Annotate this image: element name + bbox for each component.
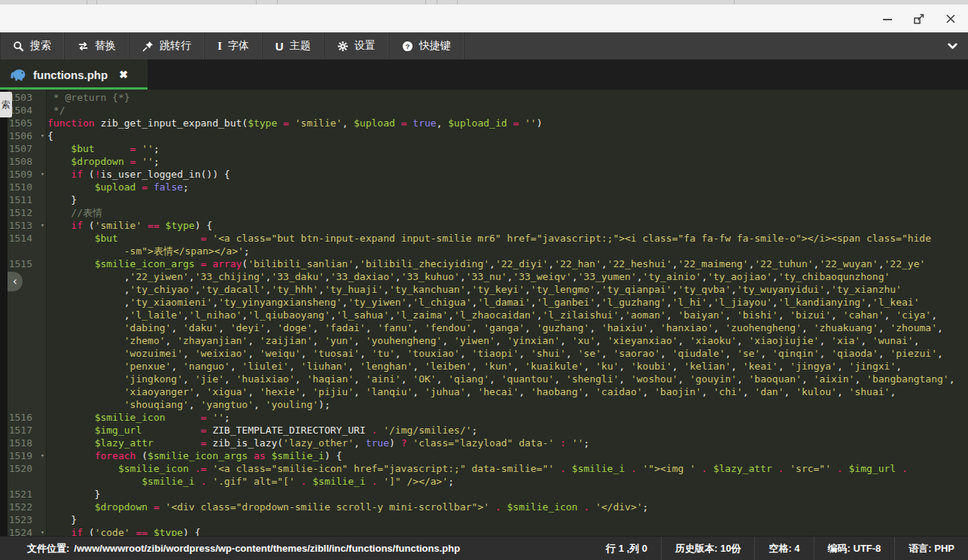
code-text: $smilie_icon .= '<a class="smilie-icon" … — [47, 462, 908, 475]
toolbar-button-label: 设置 — [355, 39, 376, 53]
code-text: 'xiaoyanger', 'xigua', 'hexie', 'pijiu',… — [47, 385, 896, 398]
code-line-wrap[interactable]: 'zhemo', 'zhayanjian', 'zaijian', 'yun',… — [0, 334, 968, 347]
code-line-1507[interactable]: 1507 $but = ''; — [0, 142, 968, 155]
toolbar-button-font[interactable]: I字体 — [205, 32, 263, 59]
code-text: ,'l_laile','l_nihao','l_qiubaoyang','l_s… — [47, 309, 937, 321]
toolbar-overflow-button[interactable] — [936, 32, 968, 59]
help-icon: ? — [402, 41, 413, 52]
code-text: * @return {*} — [47, 91, 130, 104]
code-line-wrap[interactable]: ,'ty_chiyao','ty_dacall','ty_hhh','ty_hu… — [0, 283, 968, 296]
code-text: ,'22_yiwen','33_chijing','33_daku','33_d… — [47, 270, 890, 283]
code-line-1504[interactable]: 1504 */ — [0, 104, 968, 117]
status-encoding[interactable]: 编码: UTF-8 — [814, 537, 895, 560]
code-line-wrap[interactable]: 'shouqiang', 'yangtuo', 'youling'); — [0, 398, 968, 411]
code-text: -sm">表情</span></a>'; — [47, 245, 250, 257]
line-number: 1518 — [8, 437, 38, 449]
code-line-1515[interactable]: 1515 $smilie_icon_args = array('bilibili… — [0, 257, 968, 270]
code-line-1510[interactable]: 1510 $upload = false; — [0, 181, 968, 193]
code-text: if ('code' == $type) { — [47, 526, 201, 536]
fold-arrow-icon[interactable]: ▾ — [38, 526, 47, 536]
fold-arrow-icon[interactable]: ▾ — [38, 449, 47, 462]
code-line-1509[interactable]: 1509▾ if (!is_user_logged_in()) { — [0, 168, 968, 181]
code-line-1514[interactable]: 1514 $but = '<a class="but btn-input-exp… — [0, 232, 968, 245]
code-line-wrap[interactable]: ,'22_yiwen','33_chijing','33_daku','33_d… — [0, 270, 968, 283]
fold-gutter — [38, 181, 47, 193]
code-text: 'wozuimei', 'weixiao', 'weiqu', 'tuosai'… — [47, 347, 943, 360]
code-line-1512[interactable]: 1512 //表情 — [0, 206, 968, 219]
fold-gutter — [38, 232, 47, 245]
fold-arrow-icon[interactable]: ▾ — [38, 219, 47, 232]
code-text: 'zhemo', 'zhayanjian', 'zaijian', 'yun',… — [47, 334, 919, 347]
code-line-1505[interactable]: 1505function zib_get_input_expand_but($t… — [0, 117, 968, 129]
toolbar-button-settings[interactable]: 设置 — [324, 32, 389, 59]
maximize-button[interactable] — [912, 12, 926, 26]
toolbar-button-label: 主题 — [290, 39, 311, 53]
code-editor[interactable]: 索 ‹ 1503 * @return {*}1504 */1505functio… — [0, 90, 968, 536]
code-line-wrap[interactable]: ,'ty_xiaomieni','ty_yinyangxiansheng','t… — [0, 296, 968, 309]
fold-gutter — [38, 270, 47, 283]
fold-gutter — [38, 142, 47, 155]
fold-gutter — [38, 437, 47, 449]
code-line-wrap[interactable]: 'dabing', 'daku', 'deyi', 'doge', 'fadai… — [0, 321, 968, 334]
status-history-versions[interactable]: 历史版本: 10份 — [661, 537, 754, 560]
browser-edge-strip — [0, 0, 968, 5]
code-line-1522[interactable]: 1522 $dropdown = '<div class="dropdown-s… — [0, 501, 968, 513]
code-line-1519[interactable]: 1519▾ foreach ($smilie_icon_args as $smi… — [0, 449, 968, 462]
toolbar-button-theme[interactable]: U主题 — [263, 32, 324, 59]
code-line-wrap[interactable]: ,'l_laile','l_nihao','l_qiubaoyang','l_s… — [0, 309, 968, 321]
code-line-1517[interactable]: 1517 $img_url = ZIB_TEMPLATE_DIRECTORY_U… — [0, 424, 968, 437]
collapsed-search-panel-tab[interactable]: 索 — [0, 92, 12, 117]
code-line-1518[interactable]: 1518 $lazy_attr = zib_is_lazy('lazy_othe… — [0, 437, 968, 449]
code-line-1506[interactable]: 1506▾{ — [0, 129, 968, 142]
code-line-1521[interactable]: 1521 } — [0, 488, 968, 501]
code-text: $smilie_icon_args = array('bilibili_sanl… — [47, 257, 925, 270]
minimize-button[interactable] — [881, 12, 894, 26]
code-line-wrap[interactable]: 'penxue', 'nanguo', 'liulei', 'liuhan', … — [0, 360, 968, 373]
fold-gutter — [38, 91, 47, 104]
fold-gutter — [38, 347, 47, 360]
code-text: $dropdown = '<div class="dropdown-smilie… — [47, 501, 648, 513]
toolbar-button-replace[interactable]: 替换 — [65, 32, 129, 59]
code-line-1513[interactable]: 1513▾ if ('smilie' == $type) { — [0, 219, 968, 232]
code-line-wrap[interactable]: 'xiaoyanger', 'xigua', 'hexie', 'pijiu',… — [0, 385, 968, 398]
code-text: 'penxue', 'nanguo', 'liulei', 'liuhan', … — [47, 360, 902, 373]
code-text: $upload = false; — [47, 181, 189, 193]
code-line-1508[interactable]: 1508 $dropdown = ''; — [0, 155, 968, 168]
status-cursor-position[interactable]: 行 1 ,列 0 — [592, 537, 661, 560]
line-number: 1511 — [8, 193, 38, 206]
code-line-wrap[interactable]: $smilie_i . '.gif" alt="[' . $smilie_i .… — [0, 475, 968, 488]
file-path: /www/wwwroot/zibi/wordpress/wp-content/t… — [74, 543, 460, 554]
tab-functions-php[interactable]: functions.php ✖ — [0, 59, 148, 90]
fold-gutter — [38, 462, 47, 475]
code-line-wrap[interactable]: -sm">表情</span></a>'; — [0, 245, 968, 257]
line-number: 1515 — [8, 257, 38, 270]
line-number — [8, 321, 38, 334]
code-line-1516[interactable]: 1516 $smilie_icon = ''; — [0, 411, 968, 424]
code-line-1524[interactable]: 1524▾ if ('code' == $type) { — [0, 526, 968, 536]
toolbar-button-search[interactable]: 搜索 — [0, 32, 65, 59]
code-line-wrap[interactable]: 'wozuimei', 'weixiao', 'weiqu', 'tuosai'… — [0, 347, 968, 360]
code-line-1511[interactable]: 1511 } — [0, 193, 968, 206]
code-line-1523[interactable]: 1523 } — [0, 513, 968, 526]
code-text: if (!is_user_logged_in()) { — [47, 168, 230, 181]
fold-gutter — [38, 296, 47, 309]
status-indent-spaces[interactable]: 空格: 4 — [754, 537, 813, 560]
tab-close-icon[interactable]: ✖ — [119, 68, 128, 81]
svg-text:?: ? — [405, 41, 409, 50]
fold-gutter — [38, 155, 47, 168]
status-language[interactable]: 语言: PHP — [894, 537, 968, 560]
close-button[interactable] — [944, 12, 957, 26]
fold-gutter — [38, 283, 47, 296]
code-line-wrap[interactable]: 'jingkong', 'jie', 'huaixiao', 'haqian',… — [0, 373, 968, 385]
toolbar-button-hotkeys[interactable]: ?快捷键 — [389, 32, 464, 59]
fold-arrow-icon[interactable]: ▾ — [38, 129, 47, 142]
code-text: { — [47, 129, 53, 142]
code-text: */ — [47, 104, 65, 117]
line-number: 1505 — [8, 117, 38, 129]
toolbar-button-goto-line[interactable]: 跳转行 — [129, 32, 205, 59]
code-line-1520[interactable]: 1520 $smilie_icon .= '<a class="smilie-i… — [0, 462, 968, 475]
code-line-1503[interactable]: 1503 * @return {*} — [0, 91, 968, 104]
line-number: 1507 — [8, 142, 38, 155]
toolbar-button-label: 跳转行 — [160, 39, 191, 53]
fold-arrow-icon[interactable]: ▾ — [38, 168, 47, 181]
